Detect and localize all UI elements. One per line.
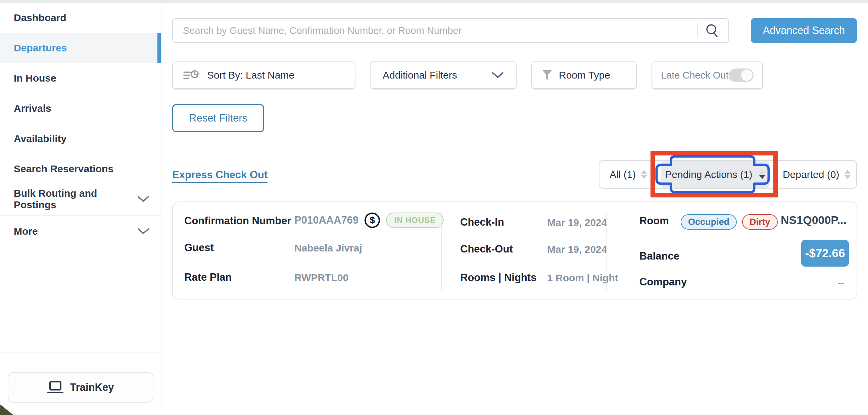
departures-status-tabs: All (1) Pending Actions (1) Departed (0) — [599, 160, 857, 189]
room-occupied-badge: Occupied — [681, 214, 737, 230]
reset-filters-button[interactable]: Reset Filters — [172, 104, 264, 132]
sidebar-item-label: In House — [14, 72, 56, 84]
check-out-label: Check-Out — [460, 243, 513, 255]
tab-all-label: All (1) — [610, 169, 636, 180]
advanced-search-button[interactable]: Advanced Search — [751, 18, 857, 43]
tab-departed[interactable]: Departed (0) — [783, 161, 850, 188]
chevron-down-icon — [492, 72, 504, 79]
sidebar-footer-divider — [0, 353, 161, 353]
sort-by-dropdown[interactable]: Sort By: Last Name — [172, 61, 355, 89]
room-number-value: NS1Q000P... — [781, 213, 846, 227]
sidebar-item-more[interactable]: More — [0, 216, 161, 246]
additional-filters-dropdown[interactable]: Additional Filters — [370, 61, 517, 89]
tab-pending-actions[interactable]: Pending Actions (1) — [661, 161, 769, 188]
sidebar-item-departures[interactable]: Departures — [0, 33, 161, 63]
laptop-icon — [47, 381, 63, 394]
balance-amount-chip[interactable]: -$72.66 — [801, 240, 849, 267]
sidebar-item-availability[interactable]: Availability — [0, 124, 161, 154]
reservation-card[interactable]: Confirmation Number P010AAA769 $ IN HOUS… — [172, 202, 857, 299]
sidebar: Dashboard Departures In House Arrivals A… — [0, 3, 161, 415]
search-bar — [172, 18, 729, 43]
sidebar-item-in-house[interactable]: In House — [0, 63, 161, 93]
trainkey-button[interactable]: TrainKey — [8, 372, 153, 403]
window-top-strip — [0, 0, 868, 3]
sidebar-item-dashboard[interactable]: Dashboard — [0, 3, 161, 33]
corner-background-shape — [0, 404, 13, 415]
sidebar-item-label: Search Reservations — [14, 163, 114, 175]
room-type-label: Room Type — [559, 69, 610, 81]
tab-departed-label: Departed (0) — [783, 169, 839, 180]
sidebar-item-bulk-routing[interactable]: Bulk Routing and Postings — [0, 184, 161, 214]
balance-label: Balance — [640, 250, 679, 262]
tab-pending-actions-label: Pending Actions (1) — [665, 169, 752, 180]
rate-plan-label: Rate Plan — [184, 271, 231, 284]
search-icon[interactable] — [705, 23, 720, 38]
room-type-filter[interactable]: Room Type — [531, 61, 637, 89]
tab-all[interactable]: All (1) — [610, 161, 647, 188]
check-in-value: Mar 19, 2024 — [547, 217, 607, 228]
chevron-down-icon — [137, 196, 149, 203]
filter-funnel-icon — [542, 70, 552, 81]
late-checkout-filter: Late Check Out — [651, 61, 763, 89]
room-label: Room — [640, 215, 669, 227]
check-out-value: Mar 19, 2024 — [547, 244, 607, 255]
guest-label: Guest — [184, 242, 214, 254]
company-value: -- — [837, 277, 844, 289]
sidebar-item-label: Departures — [14, 42, 67, 54]
chevron-down-icon — [137, 228, 149, 235]
additional-filters-label: Additional Filters — [383, 69, 457, 81]
card-column-divider — [441, 211, 442, 291]
sort-carets-icon[interactable] — [759, 170, 765, 179]
express-check-out-link[interactable]: Express Check Out — [172, 169, 268, 183]
sidebar-item-label: Bulk Routing and Postings — [14, 188, 137, 210]
sort-by-label: Sort By: Last Name — [207, 69, 294, 81]
rooms-nights-value: 1 Room | Night — [547, 272, 618, 284]
late-checkout-label: Late Check Out — [661, 70, 729, 81]
guest-value: Nabeela Jivraj — [294, 242, 362, 254]
search-divider — [697, 23, 698, 38]
card-column-divider — [606, 211, 607, 291]
rooms-nights-label: Rooms | Nights — [460, 272, 536, 284]
late-checkout-toggle[interactable] — [729, 68, 753, 82]
company-label: Company — [640, 276, 687, 288]
toggle-knob — [741, 69, 752, 81]
sort-by-time-icon — [183, 69, 199, 81]
sidebar-item-label: More — [14, 226, 38, 237]
sidebar-divider — [0, 215, 161, 215]
dollar-circle-icon[interactable]: $ — [365, 212, 380, 228]
sidebar-item-label: Dashboard — [14, 12, 66, 24]
sort-carets-icon[interactable] — [844, 170, 850, 179]
sidebar-item-label: Arrivals — [14, 103, 51, 114]
sidebar-item-search-reservations[interactable]: Search Reservations — [0, 154, 161, 184]
trainkey-label: TrainKey — [70, 381, 114, 393]
confirmation-number-label: Confirmation Number — [184, 215, 291, 227]
rate-plan-value: RWPRTL00 — [294, 272, 348, 284]
sidebar-item-arrivals[interactable]: Arrivals — [0, 93, 161, 124]
in-house-status-badge: IN HOUSE — [386, 212, 444, 228]
confirmation-number-value: P010AAA769 — [294, 214, 359, 226]
sidebar-item-label: Availability — [14, 133, 66, 144]
check-in-label: Check-In — [460, 216, 504, 228]
room-dirty-badge: Dirty — [742, 214, 778, 230]
search-input[interactable] — [173, 19, 697, 42]
sort-carets-icon[interactable] — [641, 170, 647, 179]
